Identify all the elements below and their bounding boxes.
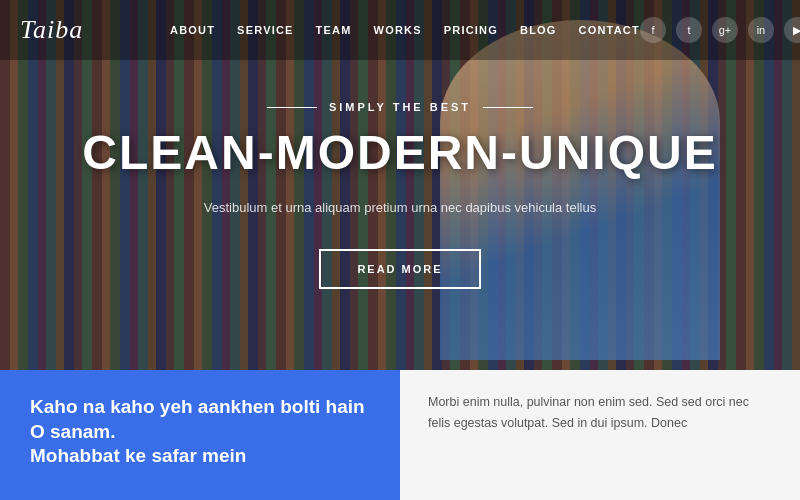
bottom-left-title: Kaho na kaho yeh aankhen bolti hain O sa… [30,395,370,469]
hero-description: Vestibulum et urna aliquam pretium urna … [204,198,596,219]
nav-team[interactable]: TEAM [316,24,352,36]
bottom-right-text: Morbi enim nulla, pulvinar non enim sed.… [428,392,772,433]
twitter-icon[interactable]: t [676,17,702,43]
bottom-right-panel: Morbi enim nulla, pulvinar non enim sed.… [400,370,800,500]
subtitle-line-left [267,107,317,108]
hero-subtitle-row: SIMPLY THE BEST [267,101,533,113]
google-plus-icon[interactable]: g+ [712,17,738,43]
nav-social: f t g+ in ▶ [640,16,800,44]
nav-blog[interactable]: BLOG [520,24,557,36]
hero-section: Taiba ABOUT SERVICE TEAM WORKS PRICING B… [0,0,800,370]
read-more-button[interactable]: READ MORE [319,249,480,289]
hero-title: CLEAN-MODERN-UNIQUE [82,127,717,180]
bottom-section: Kaho na kaho yeh aankhen bolti hain O sa… [0,370,800,500]
brand-logo[interactable]: Taiba [20,15,130,45]
navbar: Taiba ABOUT SERVICE TEAM WORKS PRICING B… [0,0,800,60]
nav-links: ABOUT SERVICE TEAM WORKS PRICING BLOG CO… [170,24,640,36]
nav-contact[interactable]: CONTACT [579,24,640,36]
bottom-left-panel: Kaho na kaho yeh aankhen bolti hain O sa… [0,370,400,500]
nav-pricing[interactable]: PRICING [444,24,498,36]
nav-works[interactable]: WORKS [374,24,422,36]
nav-service[interactable]: SERVICE [237,24,294,36]
nav-about[interactable]: ABOUT [170,24,215,36]
facebook-icon[interactable]: f [640,17,666,43]
subtitle-line-right [483,107,533,108]
linkedin-icon[interactable]: in [748,17,774,43]
youtube-icon[interactable]: ▶ [784,17,800,43]
hero-subtitle-text: SIMPLY THE BEST [329,101,471,113]
